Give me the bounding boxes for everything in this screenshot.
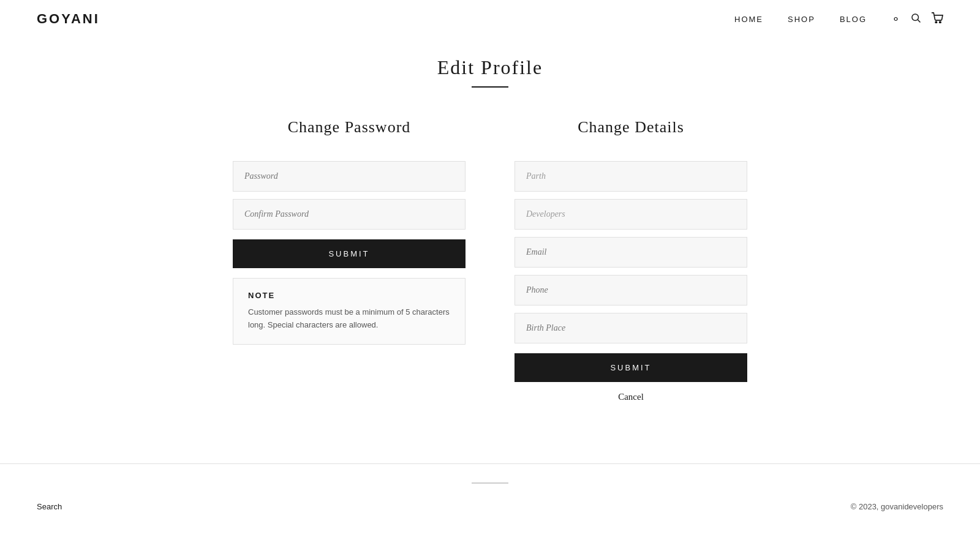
nav-shop[interactable]: SHOP (788, 15, 815, 24)
first-name-group (514, 161, 747, 192)
birth-place-group (514, 313, 747, 343)
confirm-password-input[interactable] (233, 199, 466, 230)
footer: Search © 2023, govanidevelopers (0, 463, 980, 530)
confirm-password-group (233, 199, 466, 230)
brand-logo[interactable]: GOYANI (37, 11, 100, 27)
change-details-section: Change Details SUBMIT Cancel (514, 118, 747, 402)
main-content: Change Password SUBMIT NOTE Customer pas… (0, 94, 980, 427)
phone-input[interactable] (514, 275, 747, 305)
page-title-section: Edit Profile (0, 38, 980, 94)
last-name-group (514, 199, 747, 230)
svg-point-2 (935, 21, 937, 23)
change-details-heading: Change Details (514, 118, 747, 137)
details-submit-button[interactable]: SUBMIT (514, 353, 747, 382)
footer-search-link[interactable]: Search (37, 502, 62, 511)
note-box: NOTE Customer passwords must be a minimu… (233, 278, 466, 345)
change-password-section: Change Password SUBMIT NOTE Customer pas… (233, 118, 466, 402)
svg-line-1 (918, 20, 920, 22)
note-title: NOTE (248, 291, 450, 300)
search-icon[interactable] (910, 12, 921, 26)
first-name-input[interactable] (514, 161, 747, 192)
password-input[interactable] (233, 161, 466, 192)
birth-place-input[interactable] (514, 313, 747, 343)
note-text: Customer passwords must be a minimum of … (248, 306, 450, 332)
password-submit-button[interactable]: SUBMIT (233, 239, 466, 268)
person-icon[interactable]: ⚬ (891, 12, 900, 26)
footer-copyright: © 2023, govanidevelopers (851, 502, 943, 511)
nav-home[interactable]: HOME (734, 15, 763, 24)
title-divider (472, 86, 508, 88)
svg-point-3 (940, 21, 941, 23)
cancel-link[interactable]: Cancel (514, 392, 747, 402)
phone-group (514, 275, 747, 305)
header: GOYANI HOME SHOP BLOG ⚬ (0, 0, 980, 38)
footer-bottom: Search © 2023, govanidevelopers (37, 502, 943, 511)
email-group (514, 237, 747, 268)
main-nav: HOME SHOP BLOG ⚬ (734, 12, 943, 26)
svg-point-0 (912, 14, 919, 21)
cart-icon[interactable] (931, 12, 943, 26)
footer-divider (472, 482, 508, 484)
last-name-input[interactable] (514, 199, 747, 230)
page-title: Edit Profile (0, 56, 980, 79)
nav-icons: ⚬ (891, 12, 943, 26)
nav-blog[interactable]: BLOG (840, 15, 867, 24)
change-password-heading: Change Password (233, 118, 466, 137)
email-input[interactable] (514, 237, 747, 268)
password-group (233, 161, 466, 192)
